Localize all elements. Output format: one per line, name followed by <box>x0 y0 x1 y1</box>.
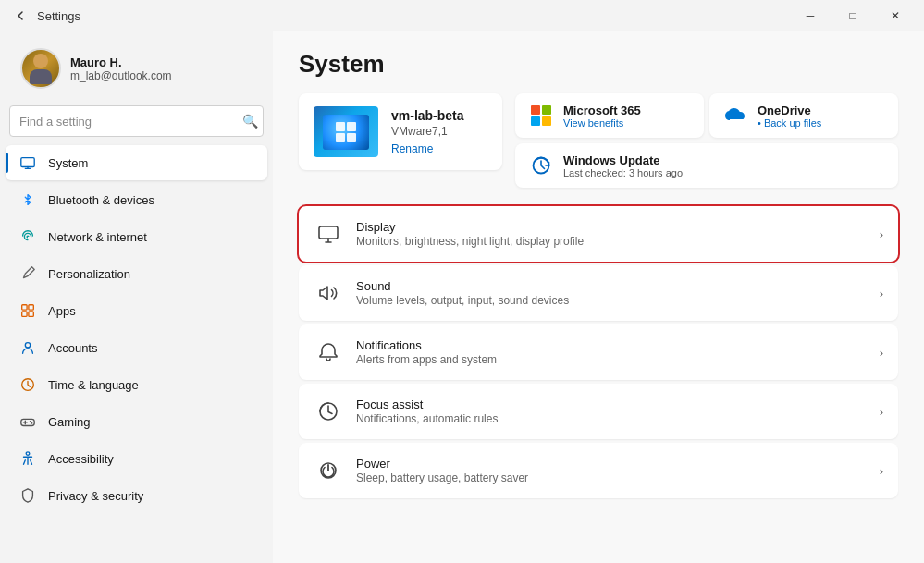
time-icon <box>18 375 37 394</box>
sidebar-item-label-accounts: Accounts <box>48 341 97 355</box>
content-area: System vm-lab-beta VMware7,1 Rename <box>273 31 924 563</box>
sidebar-item-label-privacy: Privacy & security <box>48 489 143 503</box>
accessibility-icon <box>18 449 37 468</box>
sidebar-item-privacy[interactable]: Privacy & security <box>6 478 267 513</box>
sidebar-item-label-personalization: Personalization <box>48 267 130 281</box>
microsoft365-icon <box>528 103 554 129</box>
sidebar-item-personalization[interactable]: Personalization <box>6 256 267 291</box>
bluetooth-icon <box>18 190 37 209</box>
service-cards: Microsoft 365 View benefits OneDrive <box>515 93 898 188</box>
sound-subtitle: Volume levels, output, input, sound devi… <box>356 294 867 307</box>
personalization-icon <box>18 264 37 283</box>
power-text: Power Sleep, battery usage, battery save… <box>356 457 867 484</box>
settings-item-power[interactable]: Power Sleep, battery usage, battery save… <box>299 443 898 498</box>
sidebar-item-network[interactable]: Network & internet <box>6 219 267 254</box>
svg-point-5 <box>25 343 30 348</box>
device-thumbnail <box>314 106 378 157</box>
sound-title: Sound <box>356 279 867 293</box>
svg-rect-3 <box>22 312 27 316</box>
sidebar-item-label-gaming: Gaming <box>48 415 91 429</box>
settings-item-focus-assist[interactable]: Focus assist Notifications, automatic ru… <box>299 384 898 439</box>
sidebar-item-system[interactable]: System <box>6 145 267 180</box>
privacy-icon <box>18 486 37 505</box>
microsoft365-card[interactable]: Microsoft 365 View benefits <box>515 93 704 138</box>
svg-rect-2 <box>29 305 33 310</box>
user-profile[interactable]: Mauro H. m_lab@outlook.com <box>6 39 267 102</box>
windows-update-card[interactable]: Windows Update Last checked: 3 hours ago <box>515 143 898 188</box>
window-controls: ─ □ ✕ <box>789 0 917 31</box>
sidebar-item-label-accessibility: Accessibility <box>48 452 114 466</box>
display-text: Display Monitors, brightness, night ligh… <box>356 220 867 248</box>
sidebar-item-label-apps: Apps <box>48 304 76 318</box>
sound-icon <box>314 278 343 308</box>
search-container: 🔍 <box>9 105 264 137</box>
close-button[interactable]: ✕ <box>874 0 917 31</box>
svg-point-8 <box>30 421 31 422</box>
accounts-icon <box>18 338 37 357</box>
power-icon <box>314 456 343 485</box>
avatar <box>20 48 61 89</box>
apps-icon <box>18 301 37 320</box>
onedrive-icon <box>722 103 748 129</box>
power-title: Power <box>356 457 867 471</box>
onedrive-text: OneDrive • Back up files <box>758 104 821 129</box>
sidebar-item-accounts[interactable]: Accounts <box>6 330 267 365</box>
display-chevron: › <box>880 227 883 241</box>
display-title: Display <box>356 220 867 234</box>
minimize-button[interactable]: ─ <box>789 0 832 31</box>
main-container: Mauro H. m_lab@outlook.com 🔍 System <box>0 31 924 563</box>
sidebar-item-label-system: System <box>48 156 88 170</box>
settings-item-display[interactable]: Display Monitors, brightness, night ligh… <box>299 206 898 262</box>
sidebar-item-label-bluetooth: Bluetooth & devices <box>48 193 154 207</box>
notifications-text: Notifications Alerts from apps and syste… <box>356 338 867 366</box>
user-name: Mauro H. <box>70 55 172 69</box>
back-button[interactable] <box>7 3 33 29</box>
power-subtitle: Sleep, battery usage, battery saver <box>356 471 867 484</box>
app-title: Settings <box>37 9 789 23</box>
settings-item-sound[interactable]: Sound Volume levels, output, input, soun… <box>299 265 898 321</box>
sidebar-item-label-network: Network & internet <box>48 230 147 244</box>
sidebar-item-label-time: Time & language <box>48 378 139 392</box>
windows-update-text: Windows Update Last checked: 3 hours ago <box>563 153 683 178</box>
focus-assist-chevron: › <box>880 405 883 419</box>
windows-update-name: Windows Update <box>563 153 683 167</box>
sidebar: Mauro H. m_lab@outlook.com 🔍 System <box>0 31 273 563</box>
info-row: vm-lab-beta VMware7,1 Rename <box>299 93 898 188</box>
focus-assist-title: Focus assist <box>356 398 867 411</box>
sidebar-item-bluetooth[interactable]: Bluetooth & devices <box>6 182 267 217</box>
search-icon[interactable]: 🔍 <box>242 114 258 129</box>
gaming-icon <box>18 412 37 431</box>
onedrive-card[interactable]: OneDrive • Back up files <box>709 93 898 138</box>
windows-update-sub: Last checked: 3 hours ago <box>563 167 683 178</box>
onedrive-sub[interactable]: • Back up files <box>758 117 821 129</box>
notifications-subtitle: Alerts from apps and system <box>356 353 867 366</box>
system-icon <box>18 153 37 172</box>
sidebar-item-time[interactable]: Time & language <box>6 367 267 402</box>
sidebar-item-apps[interactable]: Apps <box>6 293 267 328</box>
user-info: Mauro H. m_lab@outlook.com <box>70 55 172 82</box>
sidebar-item-accessibility[interactable]: Accessibility <box>6 441 267 476</box>
titlebar: Settings ─ □ ✕ <box>0 0 924 31</box>
sound-chevron: › <box>880 287 883 300</box>
notifications-title: Notifications <box>356 338 867 352</box>
search-input[interactable] <box>9 105 264 137</box>
focus-assist-subtitle: Notifications, automatic rules <box>356 412 867 425</box>
device-type: VMware7,1 <box>391 125 464 138</box>
focus-assist-icon <box>314 397 343 426</box>
device-rename-link[interactable]: Rename <box>391 142 433 155</box>
svg-rect-0 <box>21 158 34 167</box>
device-card[interactable]: vm-lab-beta VMware7,1 Rename <box>299 93 502 170</box>
svg-rect-1 <box>22 305 27 310</box>
sidebar-item-gaming[interactable]: Gaming <box>6 404 267 439</box>
svg-point-10 <box>26 452 30 456</box>
microsoft365-sub[interactable]: View benefits <box>563 117 641 129</box>
display-icon <box>314 219 343 249</box>
settings-list: Display Monitors, brightness, night ligh… <box>299 206 898 498</box>
notifications-chevron: › <box>880 346 883 360</box>
svg-rect-4 <box>29 312 33 316</box>
maximize-button[interactable]: □ <box>832 0 874 31</box>
settings-item-notifications[interactable]: Notifications Alerts from apps and syste… <box>299 324 898 380</box>
page-title: System <box>299 50 898 79</box>
power-chevron: › <box>880 464 883 478</box>
user-email: m_lab@outlook.com <box>70 69 172 82</box>
